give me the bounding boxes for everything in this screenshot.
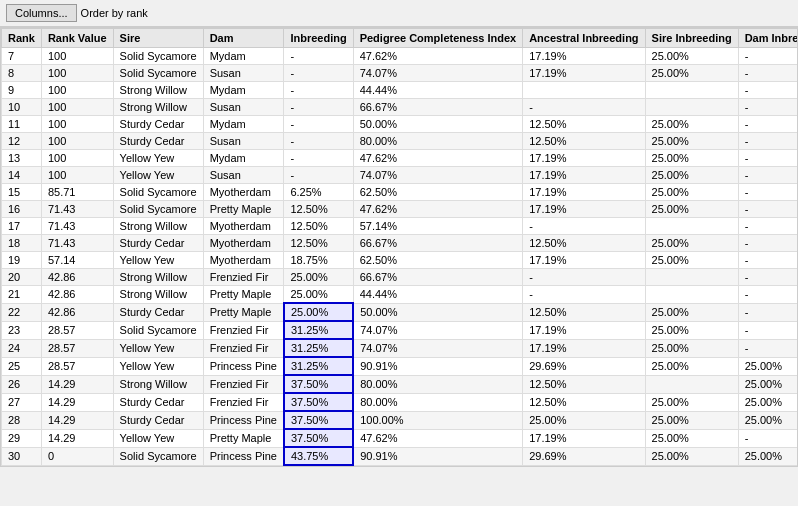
cell-dam-inbreeding: -	[738, 303, 798, 321]
cell-inbreeding: 31.25%	[284, 339, 353, 357]
cell-inbreeding: -	[284, 48, 353, 65]
cell-dam: Susan	[203, 99, 284, 116]
cell-dam: Myotherdam	[203, 218, 284, 235]
cell-sire: Strong Willow	[113, 218, 203, 235]
cell-rank-value: 100	[41, 133, 113, 150]
cell-pedigree: 57.14%	[353, 218, 523, 235]
table-row: 2242.86Sturdy CedarPretty Maple25.00%50.…	[2, 303, 799, 321]
cell-ancestral	[523, 82, 645, 99]
header-rank: Rank	[2, 29, 42, 48]
cell-dam: Frenzied Fir	[203, 339, 284, 357]
cell-sire-inbreeding: 25.00%	[645, 339, 738, 357]
columns-button[interactable]: Columns...	[6, 4, 77, 22]
cell-pedigree: 62.50%	[353, 184, 523, 201]
cell-sire: Sturdy Cedar	[113, 411, 203, 429]
cell-rank-value: 100	[41, 82, 113, 99]
cell-sire: Strong Willow	[113, 269, 203, 286]
cell-rank: 30	[2, 447, 42, 465]
cell-dam: Mydam	[203, 48, 284, 65]
cell-inbreeding: 37.50%	[284, 393, 353, 411]
table-row: 12100Sturdy CedarSusan-80.00%12.50%25.00…	[2, 133, 799, 150]
cell-sire: Sturdy Cedar	[113, 393, 203, 411]
table-container: Rank Rank Value Sire Dam Inbreeding Pedi…	[0, 27, 798, 467]
header-dam: Dam	[203, 29, 284, 48]
cell-sire-inbreeding	[645, 82, 738, 99]
cell-pedigree: 74.07%	[353, 65, 523, 82]
cell-sire-inbreeding	[645, 286, 738, 304]
cell-inbreeding: -	[284, 167, 353, 184]
cell-dam: Pretty Maple	[203, 201, 284, 218]
cell-inbreeding: 31.25%	[284, 321, 353, 339]
cell-rank: 8	[2, 65, 42, 82]
cell-dam: Mydam	[203, 116, 284, 133]
cell-rank-value: 28.57	[41, 339, 113, 357]
cell-inbreeding: 31.25%	[284, 357, 353, 375]
cell-rank: 27	[2, 393, 42, 411]
cell-sire: Yellow Yew	[113, 429, 203, 447]
cell-ancestral: 17.19%	[523, 321, 645, 339]
cell-rank: 21	[2, 286, 42, 304]
cell-dam-inbreeding: -	[738, 339, 798, 357]
cell-dam: Susan	[203, 167, 284, 184]
cell-pedigree: 47.62%	[353, 429, 523, 447]
cell-sire-inbreeding: 25.00%	[645, 116, 738, 133]
cell-pedigree: 50.00%	[353, 116, 523, 133]
table-row: 2528.57Yellow YewPrincess Pine31.25%90.9…	[2, 357, 799, 375]
cell-inbreeding: -	[284, 150, 353, 167]
cell-rank-value: 14.29	[41, 411, 113, 429]
cell-dam-inbreeding: -	[738, 286, 798, 304]
cell-pedigree: 80.00%	[353, 375, 523, 393]
cell-sire-inbreeding: 25.00%	[645, 303, 738, 321]
header-rank-value: Rank Value	[41, 29, 113, 48]
cell-sire: Solid Sycamore	[113, 184, 203, 201]
cell-dam-inbreeding: 25.00%	[738, 411, 798, 429]
cell-dam-inbreeding: -	[738, 99, 798, 116]
cell-pedigree: 66.67%	[353, 235, 523, 252]
cell-ancestral: 12.50%	[523, 116, 645, 133]
cell-dam-inbreeding: -	[738, 48, 798, 65]
cell-sire-inbreeding: 25.00%	[645, 65, 738, 82]
cell-sire: Solid Sycamore	[113, 201, 203, 218]
cell-ancestral: -	[523, 218, 645, 235]
cell-pedigree: 47.62%	[353, 201, 523, 218]
cell-dam: Myotherdam	[203, 252, 284, 269]
cell-rank-value: 100	[41, 48, 113, 65]
cell-ancestral: 17.19%	[523, 429, 645, 447]
cell-rank: 22	[2, 303, 42, 321]
cell-rank: 29	[2, 429, 42, 447]
cell-rank-value: 100	[41, 150, 113, 167]
cell-sire: Sturdy Cedar	[113, 303, 203, 321]
order-label: Order by rank	[81, 7, 148, 19]
cell-sire: Yellow Yew	[113, 357, 203, 375]
cell-rank: 20	[2, 269, 42, 286]
cell-ancestral: -	[523, 286, 645, 304]
cell-inbreeding: 6.25%	[284, 184, 353, 201]
cell-sire: Strong Willow	[113, 375, 203, 393]
cell-dam-inbreeding: -	[738, 429, 798, 447]
cell-inbreeding: -	[284, 65, 353, 82]
cell-inbreeding: 43.75%	[284, 447, 353, 465]
cell-ancestral: 17.19%	[523, 167, 645, 184]
cell-sire-inbreeding: 25.00%	[645, 357, 738, 375]
cell-sire: Solid Sycamore	[113, 321, 203, 339]
cell-dam: Pretty Maple	[203, 303, 284, 321]
table-row: 2614.29Strong WillowFrenzied Fir37.50%80…	[2, 375, 799, 393]
table-row: 9100Strong WillowMydam-44.44%-	[2, 82, 799, 99]
cell-dam: Mydam	[203, 150, 284, 167]
cell-rank-value: 42.86	[41, 286, 113, 304]
table-row: 2814.29Sturdy CedarPrincess Pine37.50%10…	[2, 411, 799, 429]
cell-sire-inbreeding: 25.00%	[645, 150, 738, 167]
cell-ancestral: 12.50%	[523, 235, 645, 252]
cell-pedigree: 100.00%	[353, 411, 523, 429]
cell-dam: Frenzied Fir	[203, 375, 284, 393]
table-row: 2914.29Yellow YewPretty Maple37.50%47.62…	[2, 429, 799, 447]
table-row: 1871.43Sturdy CedarMyotherdam12.50%66.67…	[2, 235, 799, 252]
cell-rank-value: 85.71	[41, 184, 113, 201]
cell-dam: Myotherdam	[203, 184, 284, 201]
header-pedigree: Pedigree Completeness Index	[353, 29, 523, 48]
cell-pedigree: 50.00%	[353, 303, 523, 321]
cell-ancestral: 17.19%	[523, 184, 645, 201]
cell-rank-value: 14.29	[41, 393, 113, 411]
cell-ancestral: 17.19%	[523, 201, 645, 218]
cell-dam: Susan	[203, 133, 284, 150]
